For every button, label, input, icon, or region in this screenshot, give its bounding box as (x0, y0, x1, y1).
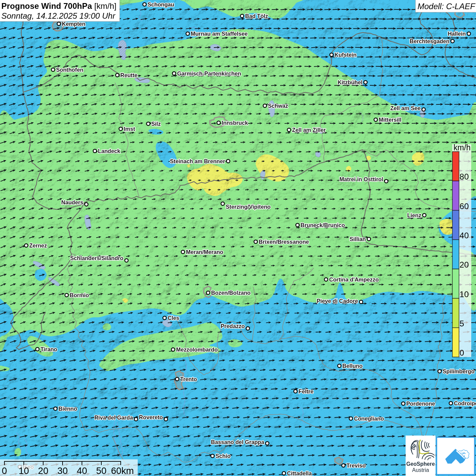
scale-bar-label: 60km (111, 465, 134, 476)
city-marker (116, 73, 119, 77)
city-label: Kitzbühel (338, 79, 362, 85)
city-label: Schwaz (268, 103, 288, 109)
geosphere-logo-name: GeoSphere (406, 461, 435, 467)
city: Cortina d'Ampezzo (324, 276, 379, 283)
city-marker (57, 22, 61, 26)
city-label: Sonthofen (56, 67, 83, 73)
legend-swatch (453, 181, 459, 210)
city: Pieve di Cadore (317, 298, 363, 304)
city-label: Spilimbergo (443, 368, 475, 374)
city: Zell am See (390, 105, 425, 112)
city: Cittadella (282, 470, 312, 476)
city-marker (294, 390, 297, 393)
city-marker (287, 128, 291, 132)
city-marker (181, 250, 185, 254)
city-marker (119, 127, 122, 131)
city-label: Cles (168, 315, 179, 321)
legend-swatch (453, 328, 459, 357)
city-label: Landeck (98, 148, 121, 154)
city-marker (36, 347, 39, 351)
scale-bar-label: 30 (57, 465, 68, 476)
city: Steinach am Brenner (170, 158, 230, 164)
legend-tick: 20 (460, 260, 469, 269)
city-marker (143, 3, 146, 6)
legend-swatch (453, 210, 459, 240)
city-label: Codroipo (454, 400, 476, 406)
city-label: Bad Tölz (245, 13, 268, 19)
city-marker (54, 407, 57, 410)
city-label: Innsbruck (222, 120, 248, 126)
legend-title: km/h (454, 143, 471, 152)
city-marker (449, 402, 453, 405)
city-marker (423, 214, 426, 217)
scale-bar-label: 50 (96, 465, 107, 476)
city-label: Cittadella (287, 470, 312, 476)
city: Bassano del Grappa (211, 439, 269, 445)
city: Pordenone (402, 401, 435, 407)
city-marker (134, 418, 138, 421)
city: Bozen/Bolzano (206, 290, 251, 296)
map-title-unit: [km/h] (92, 1, 117, 11)
legend-tick: 5 (460, 319, 464, 328)
city-marker (211, 454, 214, 458)
city-marker (324, 278, 328, 281)
city-marker (296, 223, 299, 227)
city: Meran/Merano (181, 249, 223, 255)
scale-bar-label: 0 (2, 465, 7, 476)
scale-bar: 0102030405060km (0, 459, 138, 476)
city-marker (349, 417, 353, 420)
map-title: Prognose Wind 700hPa (1, 1, 92, 11)
weather-map-screenshot: SchongauBad TölzKemptenMurnau am Staffel… (0, 0, 476, 476)
city-marker (402, 402, 405, 405)
city-label: Matrei in Osttirol (339, 176, 383, 182)
city-marker (422, 108, 425, 111)
city-marker (125, 259, 128, 262)
city-marker (51, 68, 55, 71)
city-marker (467, 32, 471, 35)
city-marker (374, 118, 377, 121)
city-marker (65, 293, 68, 297)
legend-tick: 40 (460, 231, 469, 240)
legend-swatch (453, 240, 459, 269)
city-label: Zell am See (390, 105, 421, 111)
city-marker (359, 300, 363, 304)
city-marker (171, 348, 175, 351)
city-label: Bassano del Grappa (211, 439, 265, 445)
city-label: Nauders (61, 199, 83, 205)
city-label: Murnau am Staffelsee (191, 31, 248, 37)
scale-bar-label: 40 (77, 465, 87, 476)
city-marker (147, 122, 150, 125)
city: Bruneck/Brunico (296, 222, 345, 228)
city-label: Mittersill (379, 117, 402, 123)
wind-map: SchongauBad TölzKemptenMurnau am Staffel… (0, 0, 476, 476)
city-label: Rovereto (139, 414, 163, 420)
city-marker (163, 316, 166, 320)
city-label: Berchtesgaden (410, 38, 449, 44)
city-label: Sterzing/Vipiteno (226, 204, 271, 210)
city-label: Schongau (148, 1, 174, 7)
city-marker (263, 104, 267, 107)
city-label: Hallein (448, 31, 466, 37)
city-label: Predazzo (221, 323, 245, 329)
city-marker (221, 202, 224, 205)
legend-tick: 80 (460, 172, 469, 181)
city-marker (246, 327, 250, 330)
city-marker (175, 377, 179, 381)
city-label: Bormio (70, 292, 89, 298)
lake (316, 152, 321, 157)
city-label: Pordenone (406, 401, 435, 407)
city: Garmisch-Partenkirchen (172, 70, 241, 76)
partner-logo-box (437, 437, 475, 475)
city-marker (186, 32, 189, 35)
city-label: Schio (216, 453, 231, 459)
city: Matrei in Osttirol (339, 176, 388, 183)
city: Conegliano (349, 415, 384, 422)
city: Riva del Garda (95, 414, 138, 421)
city-marker (438, 370, 441, 373)
city-marker (240, 14, 244, 18)
city-label: Kufstein (335, 52, 357, 58)
city-area (335, 457, 343, 464)
city: Murnau am Staffelsee (186, 31, 248, 37)
city-label: Trento (180, 376, 197, 382)
title-line1: Prognose Wind 700hPa [km/h] (1, 1, 117, 11)
